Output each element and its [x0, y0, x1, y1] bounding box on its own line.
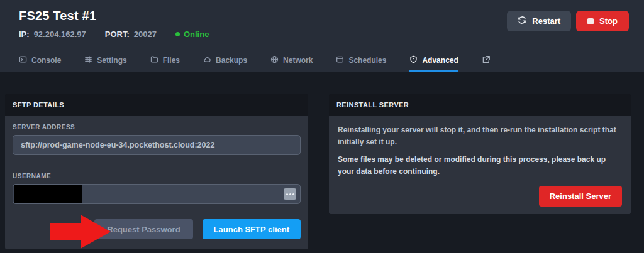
port-value: 20027	[134, 30, 157, 39]
page-title: FS25 Test #1	[19, 9, 209, 23]
status-text: Online	[184, 30, 209, 39]
request-password-button[interactable]: Request Password	[94, 219, 192, 239]
server-address-label: SERVER ADDRESS	[13, 124, 301, 131]
server-header: FS25 Test #1 IP: 92.204.162.97 PORT: 200…	[0, 0, 644, 72]
refresh-icon	[518, 16, 526, 26]
server-title-block: FS25 Test #1 IP: 92.204.162.97 PORT: 200…	[19, 9, 209, 39]
ip-label: IP:	[19, 30, 30, 39]
username-redaction-box	[14, 185, 82, 203]
cloud-icon	[203, 55, 211, 65]
sftp-details-panel: SFTP DETAILS SERVER ADDRESS USERNAME Req…	[5, 94, 308, 249]
launch-sftp-client-button[interactable]: Launch SFTP client	[203, 219, 301, 239]
tab-schedules[interactable]: Schedules	[336, 53, 386, 72]
tab-backups-label: Backups	[216, 56, 247, 65]
shield-icon	[409, 55, 418, 65]
port-label: PORT:	[105, 30, 130, 39]
restart-button[interactable]: Restart	[507, 11, 571, 31]
sliders-icon	[84, 55, 92, 65]
tab-console[interactable]: Console	[19, 53, 61, 72]
advanced-tab-content: SFTP DETAILS SERVER ADDRESS USERNAME Req…	[0, 72, 644, 249]
reinstall-description: Reinstalling your server will stop it, a…	[338, 124, 622, 148]
tab-network-label: Network	[283, 56, 313, 65]
reinstall-panel-title: REINSTALL SERVER	[329, 94, 631, 116]
tab-schedules-label: Schedules	[348, 56, 386, 65]
tab-files-label: Files	[163, 56, 180, 65]
server-actions: Restart Stop	[507, 9, 629, 31]
stop-button[interactable]: Stop	[576, 11, 629, 31]
username-label: USERNAME	[13, 173, 301, 180]
game-server-panel: FS25 Test #1 IP: 92.204.162.97 PORT: 200…	[0, 0, 644, 253]
tab-bar: Console Settings Files	[0, 53, 644, 72]
reinstall-server-panel: REINSTALL SERVER Reinstalling your serve…	[329, 94, 631, 214]
ip-value: 92.204.162.97	[34, 30, 86, 39]
tab-settings-label: Settings	[97, 56, 126, 65]
stop-button-label: Stop	[599, 16, 618, 26]
stop-icon	[587, 18, 594, 24]
restart-button-label: Restart	[532, 16, 560, 26]
globe-icon	[270, 55, 279, 65]
reinstall-server-button[interactable]: Reinstall Server	[539, 186, 622, 207]
ellipsis-icon	[289, 193, 291, 195]
sftp-panel-title: SFTP DETAILS	[5, 94, 308, 116]
tab-backups[interactable]: Backups	[203, 53, 247, 72]
tab-advanced[interactable]: Advanced	[409, 53, 458, 72]
folder-icon	[150, 55, 158, 65]
tab-console-label: Console	[31, 56, 61, 65]
online-dot-icon	[175, 32, 180, 36]
server-meta-row: IP: 92.204.162.97 PORT: 20027 Online	[19, 30, 209, 39]
calendar-icon	[336, 55, 344, 65]
username-more-button[interactable]	[284, 188, 296, 200]
tab-files[interactable]: Files	[150, 53, 180, 72]
tab-network[interactable]: Network	[270, 53, 313, 72]
open-external-link[interactable]	[482, 53, 491, 72]
tab-settings[interactable]: Settings	[84, 53, 126, 72]
server-address-input[interactable]	[13, 135, 301, 155]
reinstall-warning: Some files may be deleted or modified du…	[338, 154, 622, 177]
tab-advanced-label: Advanced	[422, 56, 458, 65]
external-link-icon	[482, 55, 491, 66]
status-badge: Online	[175, 30, 209, 39]
console-icon	[19, 55, 27, 65]
